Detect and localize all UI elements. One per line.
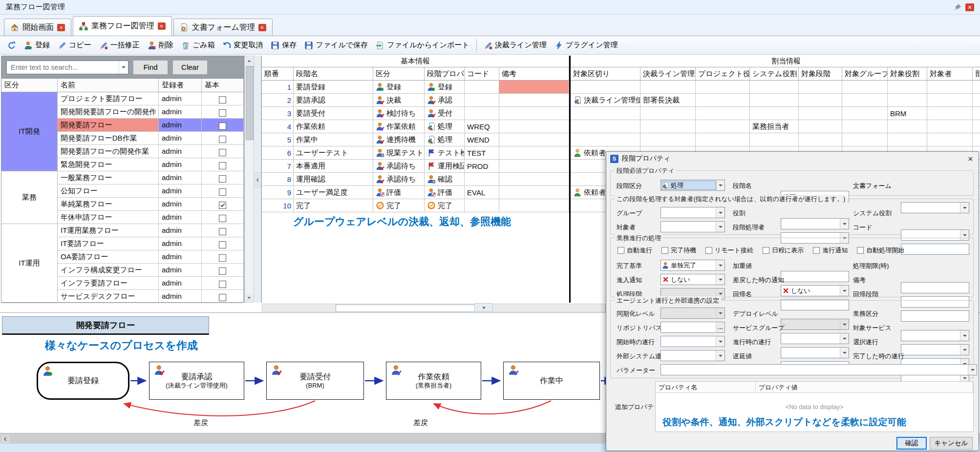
tab-close-button[interactable] — [158, 22, 166, 30]
cell-no[interactable]: 8 — [262, 173, 294, 186]
list-item-name[interactable]: プロジェクト要請フロー — [58, 92, 159, 105]
list-item-basic[interactable] — [202, 224, 244, 237]
cell-prop[interactable]: 受付 — [425, 107, 465, 120]
stage-table-hscrollbar[interactable] — [262, 304, 606, 312]
cell-target[interactable]: 決裁ライン管理使 — [569, 94, 640, 107]
column-header-sys_role[interactable]: システム役割 — [750, 67, 799, 81]
cell-person[interactable] — [927, 120, 973, 133]
list-column-header[interactable]: 区分 — [1, 79, 58, 92]
list-item-owner[interactable]: admin — [159, 237, 202, 250]
list-item-basic[interactable] — [202, 211, 244, 224]
cell-name[interactable]: 要請登録 — [294, 81, 373, 94]
combo-dropdown-icon[interactable] — [716, 336, 724, 347]
cell-kubun[interactable]: 作業依頼 — [373, 120, 425, 133]
cell-proj_role[interactable] — [696, 94, 750, 107]
cell-prop[interactable]: テスト検証 — [425, 146, 465, 160]
batch-edit-button[interactable]: 一括修正 — [96, 39, 143, 51]
cell-stage[interactable] — [799, 133, 842, 146]
cell-target[interactable] — [569, 81, 640, 94]
cell-name[interactable]: 要請承認 — [294, 94, 373, 107]
basic-checkbox[interactable] — [219, 215, 226, 222]
cell-name[interactable]: 作業依頼 — [294, 120, 373, 133]
list-item-name[interactable]: 開発開発要請フローの開発作 — [58, 105, 159, 119]
basic-checkbox[interactable] — [219, 267, 226, 275]
cell-code[interactable] — [465, 199, 499, 212]
basic-checkbox[interactable] — [219, 294, 226, 301]
cell-person[interactable] — [927, 94, 973, 107]
cell-biko[interactable] — [499, 94, 569, 107]
cell-role[interactable] — [888, 94, 927, 107]
cell-sys_role[interactable] — [750, 81, 799, 94]
combo-dropdown-icon[interactable] — [716, 350, 724, 361]
list-item-owner[interactable]: admin — [159, 145, 202, 158]
cell-dept[interactable] — [973, 81, 980, 94]
basic-checkbox[interactable] — [219, 254, 226, 262]
list-item-basic[interactable] — [202, 264, 244, 277]
cell-line[interactable] — [640, 81, 696, 94]
cell-no[interactable]: 7 — [262, 160, 294, 173]
cell-person[interactable] — [927, 133, 973, 146]
list-item-owner[interactable]: admin — [159, 185, 202, 198]
cell-person[interactable] — [927, 81, 973, 94]
flow-node-4[interactable]: 作業依頼(業務担当者) — [386, 362, 481, 400]
checkbox-show-in-schedule[interactable]: 日程に表示 — [763, 246, 804, 255]
list-item-name[interactable]: インフラ構成変更フロー — [58, 264, 159, 277]
cell-kubun[interactable]: 検討待ち — [373, 107, 425, 120]
checkbox-box[interactable] — [661, 247, 668, 254]
cell-group[interactable] — [842, 107, 888, 120]
cell-person[interactable] — [927, 107, 973, 120]
list-item-basic[interactable] — [202, 185, 244, 198]
cell-stage[interactable] — [799, 94, 842, 107]
combo-dropdown-icon[interactable] — [716, 260, 724, 270]
basic-checkbox[interactable] — [219, 123, 226, 130]
cell-sys_role[interactable] — [750, 94, 799, 107]
list-item-owner[interactable]: admin — [159, 250, 202, 264]
cell-group[interactable] — [842, 94, 888, 107]
column-header-person[interactable]: 対象者 — [927, 67, 973, 81]
basic-checkbox[interactable] — [219, 281, 226, 288]
basic-checkbox[interactable] — [219, 188, 226, 196]
list-item-basic[interactable] — [202, 171, 244, 185]
cell-line[interactable] — [640, 120, 696, 133]
cell-code[interactable]: PROD — [465, 160, 499, 173]
flow-node-5[interactable]: 作業中 — [503, 362, 600, 400]
cell-dept[interactable] — [973, 120, 980, 133]
basic-checkbox[interactable] — [219, 175, 226, 183]
list-item-name[interactable]: 単純業務フロー — [58, 198, 159, 211]
cell-group[interactable] — [842, 120, 888, 133]
splitter-collapse-button[interactable] — [255, 172, 260, 188]
refresh-button[interactable] — [4, 40, 20, 51]
cell-prop[interactable]: 完了 — [425, 199, 465, 212]
cell-prop[interactable]: 登録 — [425, 81, 465, 94]
category-cell[interactable]: IT開発 — [1, 92, 58, 171]
cell-prop[interactable]: 確認 — [425, 173, 465, 186]
field-entry-notify[interactable]: しない — [660, 274, 725, 285]
list-item-name[interactable]: 公知フロー — [58, 185, 159, 198]
panel-splitter[interactable] — [254, 56, 261, 303]
cell-line[interactable]: 部署長決裁 — [640, 94, 696, 107]
cell-prop[interactable]: 評価 — [425, 186, 465, 199]
field-target-person[interactable] — [660, 221, 725, 232]
bottom-splitter-collapse-button[interactable] — [474, 303, 493, 312]
cell-role[interactable]: BRM — [888, 107, 927, 120]
column-header-role[interactable]: 対象役割 — [888, 67, 927, 81]
cell-code[interactable] — [465, 94, 499, 107]
list-item-owner[interactable]: admin — [159, 198, 202, 211]
approval-line-management-button[interactable]: 決裁ライン管理 — [480, 39, 550, 51]
cell-code[interactable] — [465, 81, 499, 94]
checkbox-auto-process-start[interactable]: 自動処理開始 — [857, 246, 904, 255]
cell-name[interactable]: 要請受付 — [294, 107, 373, 120]
field-external-system-name[interactable] — [660, 350, 725, 361]
left-panel-scrollbar[interactable] — [244, 56, 254, 303]
combo-dropdown-icon[interactable] — [716, 207, 724, 218]
list-item-basic[interactable] — [202, 105, 244, 119]
flow-node-2[interactable]: 要請承認(決裁ライン管理使用) — [149, 362, 244, 400]
cell-kubun[interactable]: 承認待ち — [373, 160, 425, 173]
checkbox-box[interactable] — [813, 247, 820, 254]
cell-role[interactable] — [888, 120, 927, 133]
column-header-proj_role[interactable]: プロジェクト役割 — [696, 67, 750, 81]
column-header-code[interactable]: コード — [465, 67, 499, 81]
combo-dropdown-icon[interactable] — [716, 222, 724, 232]
pin-icon[interactable] — [954, 3, 961, 11]
list-item-owner[interactable]: admin — [159, 105, 202, 119]
